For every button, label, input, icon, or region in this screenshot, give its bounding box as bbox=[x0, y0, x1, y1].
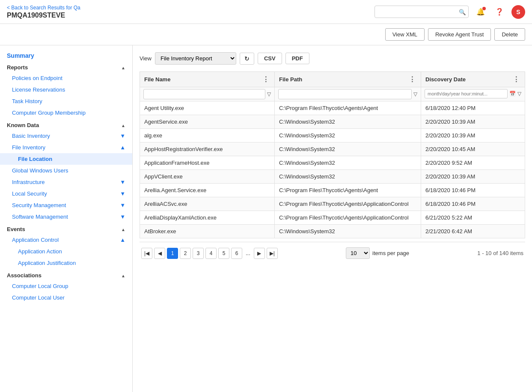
csv-button[interactable]: CSV bbox=[258, 53, 282, 64]
refresh-button[interactable]: ↻ bbox=[240, 53, 254, 65]
known-data-toggle-icon bbox=[121, 122, 125, 128]
cell-discovery-date: 6/18/2020 10:46 PM bbox=[421, 184, 525, 197]
file-path-col-menu[interactable]: ⋮ bbox=[408, 75, 416, 83]
sidebar-item-computer-group[interactable]: Computer Group Membership bbox=[0, 107, 132, 119]
associations-label: Associations bbox=[7, 272, 42, 279]
revoke-agent-button[interactable]: Revoke Agent Trust bbox=[428, 28, 491, 41]
file-name-filter-icon[interactable]: ▽ bbox=[267, 91, 271, 97]
notifications-button[interactable]: 🔔 bbox=[474, 5, 487, 19]
cell-discovery-date: 2/20/2020 10:39 AM bbox=[421, 129, 525, 143]
sidebar-section-associations[interactable]: Associations bbox=[0, 269, 132, 280]
cell-discovery-date: 6/18/2020 12:40 PM bbox=[421, 101, 525, 115]
topbar-left: Back to Search Results for Qa PMQA1909ST… bbox=[7, 5, 80, 19]
associations-toggle-icon bbox=[121, 272, 125, 279]
prev-page-button[interactable]: ◀ bbox=[154, 248, 165, 259]
per-page-select[interactable]: 10 25 50 100 bbox=[346, 247, 370, 259]
data-table: File Name ⋮ File Path ⋮ Discovery Date bbox=[140, 71, 525, 238]
filter-cell-file-name: ▽ bbox=[140, 87, 275, 101]
sidebar-item-local-security[interactable]: Local Security ▼ bbox=[0, 188, 132, 199]
date-calendar-icon[interactable]: 📅 bbox=[509, 91, 516, 97]
sidebar-item-computer-local-user[interactable]: Computer Local User bbox=[0, 292, 132, 303]
date-filter-icon[interactable]: ▽ bbox=[517, 91, 521, 97]
table-body: Agent Utility.exe C:\Program Files\Thyco… bbox=[140, 101, 525, 238]
back-link[interactable]: Back to Search Results for Qa bbox=[7, 5, 80, 11]
topbar-right: 🔍 🔔 ❓ S bbox=[374, 5, 525, 19]
page-5-button[interactable]: 5 bbox=[218, 248, 229, 259]
page-3-button[interactable]: 3 bbox=[193, 248, 204, 259]
sidebar-section-events[interactable]: Events bbox=[0, 223, 132, 234]
table-row: Arellia.Agent.Service.exe C:\Program Fil… bbox=[140, 184, 525, 197]
cell-file-name: AtBroker.exe bbox=[140, 225, 275, 238]
avatar-button[interactable]: S bbox=[511, 5, 525, 19]
search-icon-button[interactable]: 🔍 bbox=[459, 9, 466, 15]
pdf-button[interactable]: PDF bbox=[285, 53, 309, 64]
sidebar-item-infrastructure[interactable]: Infrastructure ▼ bbox=[0, 176, 132, 188]
cell-file-name: ArelliaDisplayXamlAction.exe bbox=[140, 211, 275, 225]
sidebar-item-policies[interactable]: Policies on Endpoint bbox=[0, 72, 132, 84]
view-label: View bbox=[140, 55, 152, 62]
table-row: AppHostRegistrationVerifier.exe C:\Windo… bbox=[140, 143, 525, 156]
cell-discovery-date: 2/20/2020 10:39 AM bbox=[421, 170, 525, 184]
basic-inventory-arrow: ▼ bbox=[120, 133, 125, 139]
last-page-button[interactable]: ▶| bbox=[267, 248, 278, 259]
cell-file-path: C:\Windows\System32 bbox=[275, 225, 421, 238]
page-2-button[interactable]: 2 bbox=[180, 248, 191, 259]
security-management-arrow: ▼ bbox=[120, 202, 125, 208]
col-file-name: File Name ⋮ bbox=[140, 72, 275, 87]
file-name-col-menu[interactable]: ⋮ bbox=[262, 75, 270, 83]
view-xml-button[interactable]: View XML bbox=[385, 28, 425, 41]
table-row: ApplicationFrameHost.exe C:\Windows\Syst… bbox=[140, 156, 525, 170]
first-page-button[interactable]: |◀ bbox=[141, 248, 152, 259]
action-bar: View XML Revoke Agent Trust Delete bbox=[0, 24, 532, 45]
sidebar-section-known-data[interactable]: Known Data bbox=[0, 119, 132, 130]
sidebar-item-global-windows-users[interactable]: Global Windows Users bbox=[0, 165, 132, 176]
items-per-page-control: 10 25 50 100 items per page bbox=[346, 247, 409, 259]
sidebar-section-reports[interactable]: Reports bbox=[0, 61, 132, 72]
sidebar-item-file-inventory[interactable]: File Inventory ▲ bbox=[0, 142, 132, 153]
cell-file-name: Agent Utility.exe bbox=[140, 101, 275, 115]
search-input[interactable] bbox=[374, 6, 469, 18]
sidebar-item-license[interactable]: License Reservations bbox=[0, 84, 132, 95]
sidebar-item-software-management[interactable]: Software Management ▼ bbox=[0, 211, 132, 223]
page-info: 1 - 10 of 140 items bbox=[477, 250, 523, 256]
page-1-button[interactable]: 1 bbox=[167, 248, 178, 259]
sidebar-item-basic-inventory[interactable]: Basic Inventory ▼ bbox=[0, 130, 132, 142]
known-data-label: Known Data bbox=[7, 122, 39, 128]
file-path-filter-icon[interactable]: ▽ bbox=[413, 91, 417, 97]
cell-file-path: C:\Program Files\Thycotic\Agents\Applica… bbox=[275, 211, 421, 225]
events-label: Events bbox=[7, 226, 25, 232]
delete-button[interactable]: Delete bbox=[494, 28, 525, 41]
table-row: AgentService.exe C:\Windows\System32 2/2… bbox=[140, 115, 525, 129]
filter-cell-discovery-date: 📅 ▽ bbox=[421, 87, 525, 101]
cell-file-name: ApplicationFrameHost.exe bbox=[140, 156, 275, 170]
date-filter-input[interactable] bbox=[425, 89, 508, 98]
discovery-date-col-menu[interactable]: ⋮ bbox=[512, 75, 520, 83]
next-page-button[interactable]: ▶ bbox=[254, 248, 265, 259]
view-bar: View File Inventory Report Basic Invento… bbox=[140, 52, 525, 65]
sidebar-item-application-action[interactable]: Application Action bbox=[0, 246, 132, 257]
sidebar-item-task-history[interactable]: Task History bbox=[0, 95, 132, 107]
cell-file-path: C:\Program Files\Thycotic\Agents\Agent bbox=[275, 101, 421, 115]
sidebar-item-security-management[interactable]: Security Management ▼ bbox=[0, 199, 132, 211]
sidebar-item-application-control[interactable]: Application Control ▲ bbox=[0, 234, 132, 246]
table-row: ArelliaDisplayXamlAction.exe C:\Program … bbox=[140, 211, 525, 225]
sidebar-item-application-justification[interactable]: Application Justification bbox=[0, 257, 132, 269]
sidebar: Summary Reports Policies on Endpoint Lic… bbox=[0, 45, 133, 392]
sidebar-summary[interactable]: Summary bbox=[0, 49, 132, 61]
local-security-arrow: ▼ bbox=[120, 190, 125, 197]
cell-discovery-date: 2/20/2020 9:52 AM bbox=[421, 156, 525, 170]
file-inventory-arrow: ▲ bbox=[120, 144, 125, 151]
help-button[interactable]: ❓ bbox=[493, 5, 506, 19]
cell-file-path: C:\Windows\System32 bbox=[275, 143, 421, 156]
cell-file-path: C:\Windows\System32 bbox=[275, 170, 421, 184]
sidebar-item-file-location[interactable]: File Location bbox=[0, 153, 132, 165]
view-dropdown[interactable]: File Inventory Report Basic Inventory Re… bbox=[155, 52, 236, 65]
file-name-filter-input[interactable] bbox=[143, 89, 265, 99]
page-4-button[interactable]: 4 bbox=[205, 248, 217, 259]
file-path-filter-input[interactable] bbox=[278, 89, 412, 99]
cell-discovery-date: 2/21/2020 6:42 AM bbox=[421, 225, 525, 238]
sidebar-item-computer-local-group[interactable]: Computer Local Group bbox=[0, 280, 132, 292]
pagination: |◀ ◀ 1 2 3 4 5 6 ... ▶ ▶| 10 25 50 100 i bbox=[140, 242, 525, 264]
cell-discovery-date: 2/20/2020 10:45 AM bbox=[421, 143, 525, 156]
page-6-button[interactable]: 6 bbox=[231, 248, 242, 259]
